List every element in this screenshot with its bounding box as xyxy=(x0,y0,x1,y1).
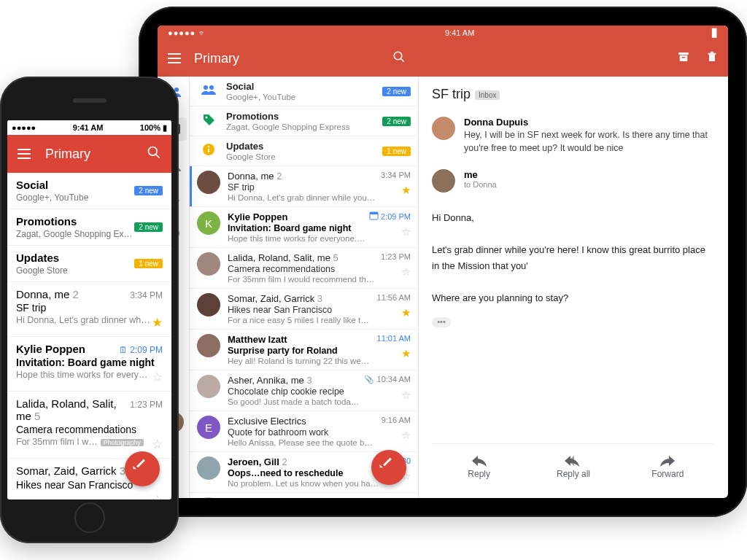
message-meta: 3:34 PM★ xyxy=(381,171,411,202)
forward-button[interactable]: Forward xyxy=(621,444,715,491)
message-row[interactable]: Donna, me 23:34 PMSF tripHi Donna, Let's… xyxy=(7,282,171,337)
star-outline-icon[interactable]: ☆ xyxy=(401,265,411,279)
reply-all-button[interactable]: Reply all xyxy=(526,444,620,491)
category-name: Updates xyxy=(16,252,134,264)
snippet: For 35mm film I w…Photography xyxy=(16,437,152,452)
status-time: 9:41 AM xyxy=(73,123,104,132)
message-row[interactable]: Deanna CareyUpcoming school conference d… xyxy=(190,493,418,498)
search-icon[interactable] xyxy=(392,50,406,66)
show-trimmed-button[interactable]: ••• xyxy=(432,317,451,327)
category-name: Updates xyxy=(226,141,382,152)
avatar xyxy=(432,169,455,192)
category-badge: 2 new xyxy=(134,186,163,195)
action-bar: Reply Reply all Forward xyxy=(432,443,715,491)
sender: Somar, Zaid, Garrick 3 xyxy=(228,293,373,304)
home-button[interactable] xyxy=(74,502,105,533)
menu-icon[interactable] xyxy=(168,53,181,63)
signal-dots-icon: ●●●●● ᯤ xyxy=(168,28,207,37)
category-badge: 2 new xyxy=(382,117,411,126)
compose-fab[interactable] xyxy=(371,450,406,485)
star-outline-icon[interactable]: ☆ xyxy=(401,225,411,238)
snippet: For 35mm film I would recommend the smal… xyxy=(228,275,376,284)
promotions-icon xyxy=(200,111,217,128)
svg-line-23 xyxy=(156,155,160,158)
message-meta: 9:16 AM☆ xyxy=(382,416,411,447)
message-row[interactable]: Lalida, Roland, Salit, me 51:23 PMCamera… xyxy=(7,392,171,459)
category-badge: 1 new xyxy=(382,147,411,156)
inbox-chip: Inbox xyxy=(475,90,500,100)
star-icon[interactable]: ★ xyxy=(152,315,163,330)
pencil-icon xyxy=(136,462,149,475)
category-updates[interactable]: UpdatesGoogle Store 1 new xyxy=(7,246,171,282)
message-row[interactable]: EExclusive ElectricsQuote for bathroom w… xyxy=(190,411,418,452)
star-icon[interactable]: ★ xyxy=(401,184,411,197)
detail-subject: SF tripInbox xyxy=(432,87,715,102)
svg-point-22 xyxy=(149,147,158,156)
message-row[interactable]: Asher, Annika, me 3Chocolate chip cookie… xyxy=(190,370,418,411)
star-icon[interactable]: ☆ xyxy=(152,370,163,385)
svg-point-15 xyxy=(209,85,214,90)
star-icon[interactable]: ★ xyxy=(401,347,411,360)
star-outline-icon[interactable]: ☆ xyxy=(401,429,411,442)
snippet: Hi Donna, Let's grab dinner whil… xyxy=(16,315,152,330)
time: 1:23 PM xyxy=(130,400,163,410)
category-promotions[interactable]: PromotionsZagat, Google Shopping Express… xyxy=(190,106,418,136)
app-header: Primary xyxy=(158,40,728,77)
app-header: Primary xyxy=(7,135,171,173)
status-time: 9:41 AM xyxy=(445,28,474,37)
search-icon[interactable] xyxy=(147,145,161,163)
reply-button[interactable]: Reply xyxy=(432,444,526,491)
category-badge: 2 new xyxy=(134,222,163,232)
svg-point-0 xyxy=(394,52,402,60)
star-outline-icon[interactable]: ☆ xyxy=(401,389,411,402)
sender: Kylie Poppen xyxy=(16,343,119,355)
message-row[interactable]: Kylie Poppen🗓 2:09 PMInvitation: Board g… xyxy=(7,337,171,392)
thread-message[interactable]: Donna Dupuis Hey, I will be in SF next w… xyxy=(432,117,715,155)
sender: Asher, Annika, me 3 xyxy=(228,375,360,386)
subject: SF trip xyxy=(228,182,376,192)
category-name: Promotions xyxy=(226,111,382,122)
category-social[interactable]: SocialGoogle+, YouTube 2 new xyxy=(7,173,171,209)
sender: Lalida, Roland, Salit, me 5 xyxy=(228,252,376,263)
subject: Camera recommendations xyxy=(16,424,163,435)
star-icon[interactable]: ☆ xyxy=(152,492,163,499)
compose-fab[interactable] xyxy=(125,451,160,486)
svg-rect-21 xyxy=(370,212,378,214)
message-row[interactable]: Somar, Zaid, Garrick 3Hikes near San Fra… xyxy=(190,289,418,330)
star-icon[interactable]: ☆ xyxy=(152,437,163,452)
svg-rect-18 xyxy=(208,149,209,152)
message-row[interactable]: Lalida, Roland, Salit, me 5Camera recomm… xyxy=(190,248,418,289)
category-name: Social xyxy=(16,179,134,191)
category-updates[interactable]: UpdatesGoogle Store 1 new xyxy=(190,136,418,166)
category-promotions[interactable]: PromotionsZagat, Google Shopping Ex… 2 n… xyxy=(7,209,171,246)
sender: Lalida, Roland, Salit, me 5 xyxy=(16,397,130,422)
avatar: E xyxy=(197,416,220,439)
iphone-device: ●●●●● 9:41 AM 100% ▮ Primary SocialGoogl… xyxy=(0,77,179,543)
menu-icon[interactable] xyxy=(18,149,31,159)
ios-status-bar: ●●●●● ᯤ 9:41 AM ▊ xyxy=(158,26,728,40)
iphone-screen: ●●●●● 9:41 AM 100% ▮ Primary SocialGoogl… xyxy=(7,120,171,499)
message-row[interactable]: Matthew IzattSurprise party for RolandHe… xyxy=(190,330,418,370)
ipad-body: SocialGoogle+, YouTube 2 new PromotionsZ… xyxy=(158,77,728,498)
message-meta: 2:09 PM☆ xyxy=(370,211,411,243)
avatar xyxy=(197,456,220,480)
snippet: For a nice easy 5 miles I really like th… xyxy=(228,316,373,324)
category-badge: 2 new xyxy=(382,87,411,96)
category-sub: Google+, YouTube xyxy=(226,93,382,101)
category-name: Promotions xyxy=(16,215,134,228)
time: 11:01 AM xyxy=(377,334,411,343)
snippet: Hi Donna, Let's grab dinner while you're… xyxy=(228,193,376,202)
sender: Donna, me 2 xyxy=(228,171,376,182)
avatar xyxy=(197,171,220,194)
message-row[interactable]: Donna, me 2SF tripHi Donna, Let's grab d… xyxy=(190,166,418,207)
snippet xyxy=(16,492,152,499)
category-social[interactable]: SocialGoogle+, YouTube 2 new xyxy=(190,77,418,106)
star-icon[interactable]: ★ xyxy=(401,306,411,319)
archive-icon[interactable] xyxy=(677,50,690,66)
delete-icon[interactable] xyxy=(706,50,718,66)
message-row[interactable]: KKylie PoppenInvitation: Board game nigh… xyxy=(190,207,418,248)
subject: Hikes near San Francisco xyxy=(228,305,373,315)
message-body: Hi Donna, Let's grab dinner while you're… xyxy=(432,210,715,307)
message-meta: ☆ xyxy=(401,497,411,498)
category-sub: Google Store xyxy=(16,265,134,276)
